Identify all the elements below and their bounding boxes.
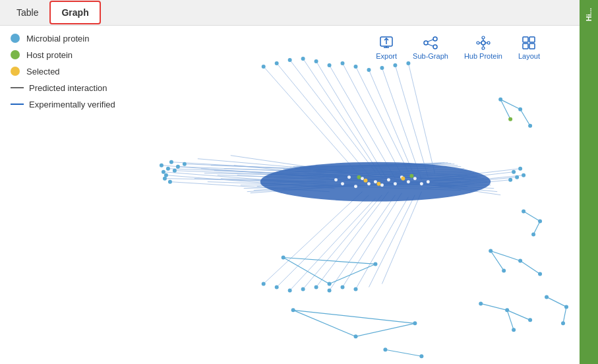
svg-point-201 — [561, 321, 565, 325]
svg-point-143 — [427, 180, 430, 183]
svg-line-168 — [385, 349, 421, 356]
svg-point-120 — [176, 164, 180, 168]
svg-point-132 — [314, 285, 318, 289]
svg-line-179 — [533, 221, 540, 234]
svg-point-193 — [479, 301, 483, 305]
selected-dot — [11, 67, 20, 76]
layout-button[interactable]: Layout — [512, 31, 547, 64]
svg-line-185 — [491, 251, 504, 270]
svg-point-186 — [489, 249, 493, 253]
main-content: Table Graph Microbial protein Host prote… — [0, 0, 580, 364]
graph-canvas[interactable]: Export Sub-Graph — [132, 26, 580, 364]
svg-point-10 — [482, 36, 485, 39]
legend-microbial: Microbial protein — [11, 34, 121, 44]
svg-point-138 — [361, 177, 364, 180]
svg-point-5 — [433, 37, 437, 41]
svg-line-32 — [264, 67, 363, 179]
svg-line-45 — [277, 195, 369, 287]
svg-point-169 — [383, 348, 387, 351]
legend-microbial-label: Microbial protein — [26, 34, 89, 44]
hubprotein-label: Hub Protein — [464, 52, 502, 60]
svg-point-194 — [505, 308, 509, 312]
export-button[interactable]: Export — [369, 31, 404, 64]
svg-point-126 — [508, 177, 512, 181]
svg-line-197 — [547, 297, 566, 307]
tab-table[interactable]: Table — [5, 1, 49, 24]
svg-point-123 — [512, 169, 516, 173]
svg-line-38 — [343, 63, 402, 175]
svg-point-154 — [357, 175, 361, 179]
subgraph-button[interactable]: Sub-Graph — [406, 31, 455, 64]
svg-point-199 — [545, 295, 549, 299]
legend-host-label: Host protein — [26, 50, 73, 60]
legend-verified-label: Experimentally verified — [29, 100, 115, 109]
tab-graph[interactable]: Graph — [49, 1, 100, 24]
svg-point-11 — [487, 42, 490, 44]
svg-line-163 — [293, 310, 356, 336]
svg-line-40 — [369, 70, 415, 177]
legend-verified: Experimentally verified — [11, 100, 121, 109]
svg-point-113 — [160, 163, 164, 167]
svg-point-189 — [502, 268, 506, 272]
svg-point-6 — [433, 45, 437, 49]
svg-point-151 — [363, 178, 367, 182]
legend-selected: Selected — [11, 67, 121, 76]
tab-bar: Table Graph — [0, 0, 580, 26]
legend-host: Host protein — [11, 50, 121, 60]
svg-point-104 — [301, 57, 305, 61]
svg-point-136 — [334, 178, 338, 181]
svg-point-166 — [413, 321, 417, 325]
svg-point-118 — [173, 168, 177, 172]
svg-line-156 — [284, 257, 376, 264]
svg-point-195 — [528, 318, 532, 322]
svg-line-34 — [290, 60, 376, 172]
svg-line-48 — [316, 191, 389, 287]
svg-line-157 — [284, 257, 330, 284]
network-graph[interactable] — [132, 26, 580, 364]
svg-point-103 — [288, 58, 292, 62]
svg-rect-21 — [529, 44, 535, 49]
svg-line-184 — [520, 260, 540, 274]
svg-point-106 — [328, 63, 332, 67]
svg-point-167 — [354, 334, 358, 338]
svg-point-188 — [538, 272, 542, 276]
svg-point-130 — [288, 288, 292, 292]
svg-point-13 — [482, 47, 485, 49]
svg-point-182 — [531, 232, 535, 236]
svg-point-196 — [512, 328, 516, 332]
svg-point-125 — [518, 166, 522, 170]
right-panel[interactable]: Hi... — [580, 0, 598, 364]
svg-point-115 — [162, 169, 165, 173]
svg-line-50 — [343, 193, 402, 287]
svg-point-144 — [341, 182, 344, 185]
svg-point-153 — [376, 181, 380, 185]
svg-line-47 — [303, 195, 382, 289]
svg-rect-19 — [529, 37, 535, 42]
svg-point-175 — [518, 107, 522, 111]
svg-line-44 — [264, 191, 363, 284]
svg-line-192 — [507, 310, 514, 330]
legend-selected-label: Selected — [26, 67, 60, 76]
svg-line-178 — [523, 211, 540, 221]
svg-point-180 — [522, 209, 525, 213]
svg-point-152 — [401, 176, 405, 180]
host-dot — [11, 50, 20, 59]
hubprotein-button[interactable]: Hub Protein — [458, 31, 509, 64]
svg-point-116 — [169, 160, 173, 164]
legend: Microbial protein Host protein Selected … — [0, 26, 132, 364]
svg-point-102 — [275, 61, 279, 65]
svg-line-7 — [428, 40, 433, 42]
microbial-dot — [11, 34, 20, 43]
svg-point-148 — [394, 182, 397, 185]
svg-point-9 — [481, 41, 485, 45]
svg-line-162 — [293, 310, 415, 323]
svg-line-43 — [408, 63, 434, 173]
export-label: Export — [376, 52, 397, 60]
svg-point-107 — [341, 61, 345, 65]
subgraph-icon — [423, 35, 438, 51]
svg-point-150 — [420, 182, 423, 185]
layout-icon — [521, 35, 537, 51]
svg-line-172 — [520, 109, 530, 126]
svg-point-12 — [477, 42, 479, 44]
svg-line-158 — [330, 264, 376, 284]
